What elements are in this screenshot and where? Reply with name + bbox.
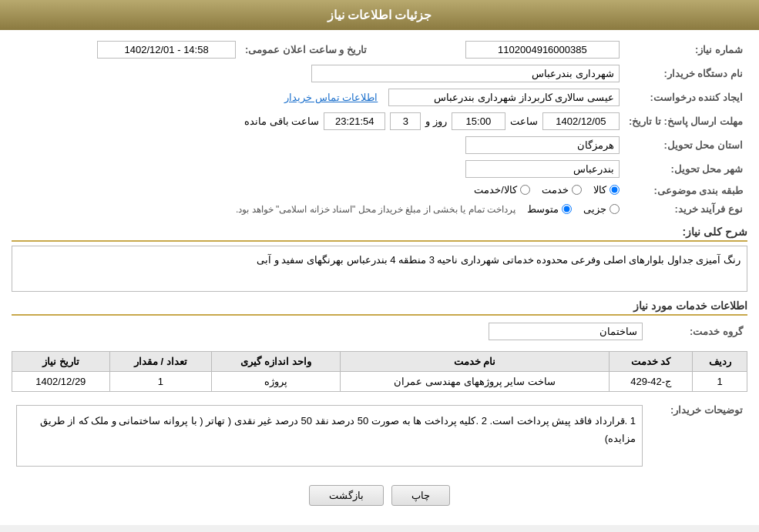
service-group-value: ساختمان (489, 323, 643, 340)
row-send-deadline: مهلت ارسال پاسخ: تا تاریخ: 1402/12/05 سا… (12, 109, 747, 133)
col-header-code: کد خدمت (610, 352, 693, 372)
row-process: نوع فرآیند خرید: متوسط جزیی (12, 200, 747, 218)
process-option-jozii-label: جزیی (583, 203, 606, 215)
send-day-label: روز و (425, 115, 447, 127)
col-header-row: ردیف (693, 352, 747, 372)
page-wrapper: جزئیات اطلاعات نیاز شماره نیاز: 11020049… (0, 0, 759, 525)
need-desc-section: شرح کلی نیاز: رنگ آمیزی جداول بلوارهای ا… (12, 226, 747, 292)
print-button[interactable]: چاپ (391, 485, 450, 506)
process-option-jozii: جزیی (583, 203, 620, 215)
category-option-kala-khedmat-label: کالا/خدمت (474, 184, 517, 196)
service-group-table: گروه خدمت: ساختمان (12, 320, 747, 343)
col-header-date: تاریخ نیاز (12, 352, 110, 372)
category-option-khedmat-label: خدمت (542, 184, 569, 196)
row-creator: ایجاد کننده درخواست: عیسی سالاری کاربردا… (12, 85, 747, 109)
buttons-row: چاپ بازگشت (12, 485, 747, 506)
process-radio-jozii[interactable] (610, 204, 620, 214)
need-desc-title: شرح کلی نیاز: (12, 226, 747, 242)
col-header-unit: واحد اندازه گیری (212, 352, 341, 372)
province-value: هرمزگان (465, 136, 620, 154)
row-category: طبقه بندی موضوعی: کالا/خدمت خدمت (12, 181, 747, 200)
table-cell-row: 1 (693, 372, 747, 392)
process-option-motavaset: متوسط (527, 203, 572, 215)
col-header-name: نام خدمت (341, 352, 610, 372)
date-row: 1402/12/05 ساعت 15:00 روز و 3 23:21:54 س… (16, 112, 620, 130)
row-buyer-org: نام دستگاه خریدار: شهرداری بندرعباس (12, 62, 747, 85)
need-number-value: 1102004916000385 (465, 41, 620, 59)
send-time-label: ساعت (510, 115, 538, 127)
row-province: استان محل تحویل: هرمزگان (12, 133, 747, 157)
contact-link[interactable]: اطلاعات تماس خریدار (284, 92, 378, 103)
send-date-value: 1402/12/05 (542, 112, 620, 130)
table-cell-name: ساخت سایر پروژههای مهندسی عمران (341, 372, 610, 392)
col-header-count: تعداد / مقدار (109, 352, 211, 372)
buyer-notes-value: 1 .قرارداد فاقد پیش پرداخت است. 2 .کلیه … (16, 405, 643, 467)
back-button[interactable]: بازگشت (309, 485, 384, 506)
send-remaining-value: 23:21:54 (324, 112, 385, 130)
announce-date-label: تاریخ و ساعت اعلان عمومی: (240, 38, 371, 62)
row-need-number: شماره نیاز: 1102004916000385 تاریخ و ساع… (12, 38, 747, 62)
services-table: ردیف کد خدمت نام خدمت واحد اندازه گیری ت… (12, 351, 747, 392)
category-label: طبقه بندی موضوعی: (624, 181, 747, 200)
category-option-kala-label: کالا (593, 184, 606, 196)
city-value: بندرعباس (465, 160, 620, 178)
send-time-value: 15:00 (452, 112, 505, 130)
process-row: متوسط جزیی پرداخت تمام یا بخشی از مبلغ خ… (16, 203, 620, 215)
need-number-label: شماره نیاز: (624, 38, 747, 62)
send-days-value: 3 (390, 112, 421, 130)
process-radio-motavaset[interactable] (562, 204, 572, 214)
buyer-org-value: شهرداری بندرعباس (311, 65, 620, 82)
row-service-group: گروه خدمت: ساختمان (12, 320, 747, 343)
announce-date-value: 1402/12/01 - 14:58 (97, 41, 236, 59)
category-radio-kala-khedmat[interactable] (520, 185, 530, 195)
header-title: جزئیات اطلاعات نیاز (327, 8, 432, 22)
services-info-title: اطلاعات خدمات مورد نیاز (12, 299, 747, 316)
creator-label: ایجاد کننده درخواست: (624, 85, 747, 109)
category-radio-khedmat[interactable] (572, 185, 582, 195)
process-note: پرداخت تمام یا بخشی از مبلغ خریداز محل "… (236, 204, 516, 215)
province-label: استان محل تحویل: (624, 133, 747, 157)
process-radio-group: متوسط جزیی (527, 203, 620, 215)
services-table-header: ردیف کد خدمت نام خدمت واحد اندازه گیری ت… (12, 352, 747, 372)
info-table: شماره نیاز: 1102004916000385 تاریخ و ساع… (12, 38, 747, 218)
buyer-notes-table: توضیحات خریدار: 1 .قرارداد فاقد پیش پردا… (12, 398, 747, 473)
city-label: شهر محل تحویل: (624, 157, 747, 181)
row-buyer-notes: توضیحات خریدار: 1 .قرارداد فاقد پیش پردا… (12, 398, 747, 473)
table-cell-date: 1402/12/29 (12, 372, 110, 392)
main-content: شماره نیاز: 1102004916000385 تاریخ و ساع… (0, 30, 759, 525)
buyer-org-label: نام دستگاه خریدار: (624, 62, 747, 85)
row-city: شهر محل تحویل: بندرعباس (12, 157, 747, 181)
table-row: 1ج-42-429ساخت سایر پروژههای مهندسی عمران… (12, 372, 747, 392)
send-remaining-label: ساعت باقی مانده (244, 115, 319, 127)
category-option-kala: کالا (593, 184, 620, 196)
service-group-label: گروه خدمت: (647, 320, 747, 343)
process-label: نوع فرآیند خرید: (624, 200, 747, 218)
send-deadline-label: مهلت ارسال پاسخ: تا تاریخ: (624, 109, 747, 133)
process-option-motavaset-label: متوسط (527, 203, 559, 215)
buyer-notes-label: توضیحات خریدار: (647, 398, 747, 473)
table-cell-count: 1 (109, 372, 211, 392)
category-radio-group: کالا/خدمت خدمت کالا (474, 184, 620, 196)
category-option-kala-khedmat: کالا/خدمت (474, 184, 530, 196)
table-cell-code: ج-42-429 (610, 372, 693, 392)
need-desc-value: رنگ آمیزی جداول بلوارهای اصلی وفرعی محدو… (12, 246, 747, 292)
category-radio-kala[interactable] (610, 185, 620, 195)
creator-value: عیسی سالاری کاربرداز شهرداری بندرعباس (388, 89, 620, 106)
table-cell-unit: پروژه (212, 372, 341, 392)
page-header: جزئیات اطلاعات نیاز (0, 0, 759, 30)
category-option-khedmat: خدمت (542, 184, 582, 196)
